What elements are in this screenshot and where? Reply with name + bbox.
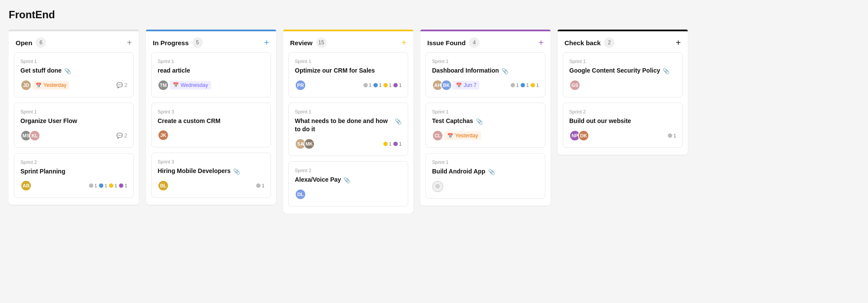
- avatar: PR: [295, 80, 306, 91]
- cards-list-open: Sprint 1Get stuff done📎JD📅Yesterday💬 2Sp…: [9, 52, 139, 198]
- column-add-button-in-progress[interactable]: +: [264, 38, 269, 47]
- calendar-icon: 📅: [456, 83, 462, 88]
- dot-purple: [393, 83, 398, 87]
- column-check-back: Check back2+Sprint 1Google Content Secur…: [558, 30, 688, 155]
- card-title: Hiring Mobile Developers📎: [158, 167, 264, 176]
- dot-purple: [119, 183, 123, 188]
- column-count-check-back: 2: [604, 37, 614, 48]
- tag-dot: 1: [256, 183, 264, 188]
- card-footer: GS: [569, 80, 676, 91]
- card-avatars: TM: [158, 80, 166, 91]
- column-add-button-issue-found[interactable]: +: [538, 38, 544, 47]
- card[interactable]: Sprint 1Organize User FlowMSKL💬 2: [14, 103, 134, 148]
- avatar: DK: [578, 130, 589, 141]
- card-tags: 1: [668, 133, 676, 138]
- card[interactable]: Sprint 2Sprint PlanningAB1111: [14, 153, 134, 198]
- tag-dot: 1: [393, 83, 402, 88]
- cards-list-issue-found: Sprint 1Dashboard Information📎AHBK📅Jun 7…: [420, 52, 551, 199]
- card-sprint: Sprint 1: [432, 160, 539, 165]
- card-tags: 1111: [363, 83, 402, 88]
- card[interactable]: Sprint 1What needs to be done and how to…: [288, 103, 408, 156]
- card[interactable]: Sprint 2Alexa/Voice Pay📎DL: [288, 161, 408, 206]
- card[interactable]: Sprint 3Create a custom CRMJK: [151, 103, 271, 148]
- cards-list-review: Sprint 1Optimize our CRM for SalesPR1111…: [283, 52, 413, 206]
- avatar: MK: [304, 138, 315, 150]
- tag-dot: 1: [511, 83, 519, 88]
- card-title: Create a custom CRM: [158, 117, 264, 126]
- column-header-check-back: Check back2+: [558, 31, 688, 52]
- card-title: Optimize our CRM for Sales: [295, 67, 402, 75]
- card-footer: AB1111: [20, 180, 127, 191]
- tag-dot: 1: [531, 83, 539, 88]
- card-sprint: Sprint 1: [158, 59, 264, 64]
- column-add-button-check-back[interactable]: +: [676, 38, 681, 47]
- tag-count: 1: [95, 183, 97, 188]
- card[interactable]: Sprint 1Optimize our CRM for SalesPR1111: [288, 52, 408, 97]
- card[interactable]: Sprint 1read articleTM📅Wednesday: [151, 52, 271, 97]
- dot-yellow: [109, 183, 113, 188]
- avatar: BL: [158, 180, 169, 191]
- attach-icon: 📎: [502, 67, 508, 75]
- tag-dot: 1: [373, 83, 382, 88]
- attach-icon: 📎: [64, 67, 71, 75]
- attach-icon: 📎: [663, 67, 670, 75]
- card-footer: CL📅Yesterday: [432, 130, 539, 141]
- card[interactable]: Sprint 1Get stuff done📎JD📅Yesterday💬 2: [14, 52, 134, 97]
- comment-count: 💬 2: [116, 133, 127, 139]
- card-tags: 111: [511, 83, 539, 88]
- card-tags: 1: [256, 183, 264, 188]
- tag-dot: 1: [363, 83, 372, 88]
- card-tags: 1111: [89, 183, 128, 188]
- calendar-icon: 📅: [36, 83, 42, 88]
- card-sprint: Sprint 2: [295, 168, 402, 173]
- dot-gray: [89, 183, 93, 188]
- date-text: Jun 7: [464, 82, 476, 88]
- tag-count: 1: [379, 83, 382, 88]
- card-sprint: Sprint 3: [158, 159, 264, 164]
- tag-dot: 1: [99, 183, 107, 188]
- tag-count: 1: [389, 141, 392, 147]
- card-footer: AHBK📅Jun 7111: [432, 80, 539, 91]
- card-footer: BL1: [158, 180, 264, 191]
- card[interactable]: Sprint 1Test Captchas📎CL📅Yesterday: [426, 103, 545, 148]
- card[interactable]: Sprint 2Build out our websiteNPDK1: [563, 103, 683, 148]
- card-title: Sprint Planning: [20, 167, 127, 176]
- card[interactable]: Sprint 1Google Content Security Policy📎G…: [563, 52, 683, 97]
- card-title: Dashboard Information📎: [432, 67, 539, 75]
- dot-blue: [373, 83, 378, 87]
- tag-count: 1: [125, 183, 127, 188]
- dot-gray: [668, 133, 672, 138]
- tag-dot: 1: [383, 141, 392, 147]
- card-sprint: Sprint 1: [295, 109, 402, 114]
- card-sprint: Sprint 3: [158, 109, 264, 114]
- column-title-review: Review: [290, 39, 313, 47]
- cards-list-check-back: Sprint 1Google Content Security Policy📎G…: [558, 52, 688, 148]
- card-avatars: GS: [569, 80, 578, 91]
- kanban-board: Open6+Sprint 1Get stuff done📎JD📅Yesterda…: [9, 30, 859, 213]
- card[interactable]: Sprint 1Dashboard Information📎AHBK📅Jun 7…: [426, 52, 545, 97]
- card-title: What needs to be done and how to do it📎: [295, 117, 402, 134]
- card-sprint: Sprint 1: [295, 59, 402, 64]
- card-footer: JK: [158, 130, 264, 141]
- card-avatars: AB: [20, 180, 29, 191]
- tag-count: 1: [526, 83, 529, 88]
- column-issue-found: Issue Found4+Sprint 1Dashboard Informati…: [420, 30, 551, 206]
- card[interactable]: Sprint 3Hiring Mobile Developers📎BL1: [151, 153, 271, 198]
- card-avatars: DL: [295, 189, 304, 200]
- card-title: Google Content Security Policy📎: [569, 67, 676, 75]
- column-title-open: Open: [16, 39, 32, 47]
- cards-list-in-progress: Sprint 1read articleTM📅WednesdaySprint 3…: [146, 52, 276, 198]
- attach-icon: 📎: [488, 168, 495, 176]
- avatar: BK: [441, 80, 452, 91]
- tag-count: 1: [369, 83, 372, 88]
- tag-dot: 1: [668, 133, 676, 138]
- tag-count: 1: [516, 83, 519, 88]
- column-add-button-review[interactable]: +: [401, 38, 406, 47]
- column-add-button-open[interactable]: +: [127, 38, 132, 47]
- card-date: 📅Yesterday: [444, 131, 481, 140]
- card-footer: SAMK11: [295, 138, 402, 150]
- card[interactable]: Sprint 1Build Android App📎⚙: [426, 153, 545, 198]
- calendar-icon: 📅: [447, 133, 453, 139]
- card-avatars: MSKL: [20, 130, 38, 141]
- dot-yellow: [383, 83, 388, 87]
